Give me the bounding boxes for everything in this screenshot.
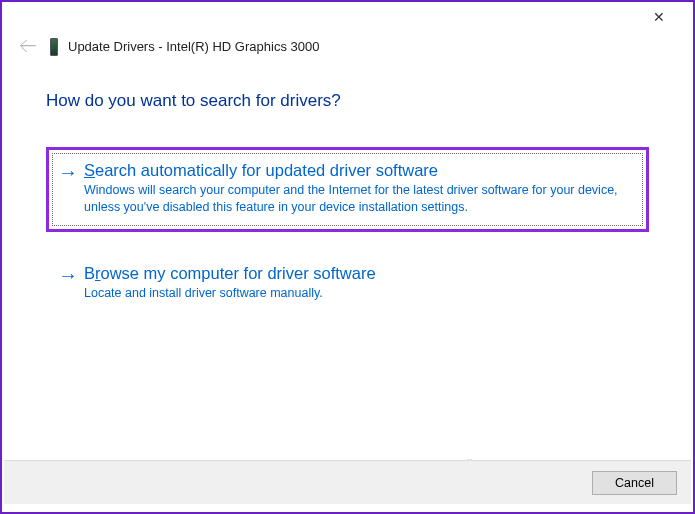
option-search-automatically[interactable]: → Search automatically for updated drive… bbox=[46, 147, 649, 232]
close-icon[interactable]: ✕ bbox=[639, 9, 679, 25]
page-heading: How do you want to search for drivers? bbox=[46, 91, 649, 111]
header: 🡠 Update Drivers - Intel(R) HD Graphics … bbox=[2, 32, 693, 63]
option-description: Windows will search your computer and th… bbox=[84, 182, 637, 216]
arrow-right-icon: → bbox=[58, 161, 84, 216]
arrow-right-icon: → bbox=[58, 264, 84, 302]
option-title: Browse my computer for driver software bbox=[84, 264, 637, 283]
mnemonic: S bbox=[84, 161, 95, 179]
option-browse-computer[interactable]: → Browse my computer for driver software… bbox=[46, 250, 649, 318]
cancel-button[interactable]: Cancel bbox=[592, 471, 677, 495]
option-description: Locate and install driver software manua… bbox=[84, 285, 637, 302]
footer-bar: Cancel bbox=[4, 460, 691, 504]
option-body: Search automatically for updated driver … bbox=[84, 161, 637, 216]
device-icon bbox=[50, 38, 58, 56]
content-area: How do you want to search for drivers? →… bbox=[2, 63, 693, 318]
option-body: Browse my computer for driver software L… bbox=[84, 264, 637, 302]
titlebar: ✕ bbox=[2, 2, 693, 32]
back-arrow-icon[interactable]: 🡠 bbox=[16, 36, 40, 57]
option-title: Search automatically for updated driver … bbox=[84, 161, 637, 180]
window-title: Update Drivers - Intel(R) HD Graphics 30… bbox=[68, 39, 319, 54]
